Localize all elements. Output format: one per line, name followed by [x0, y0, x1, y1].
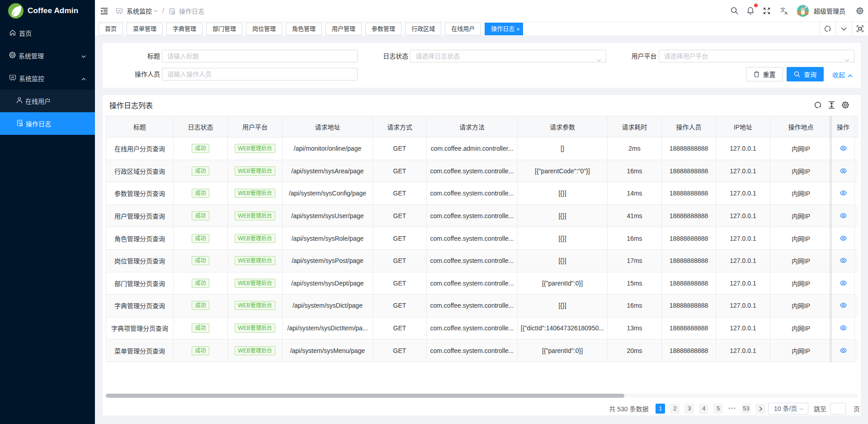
svg-text:A: A: [784, 10, 788, 14]
